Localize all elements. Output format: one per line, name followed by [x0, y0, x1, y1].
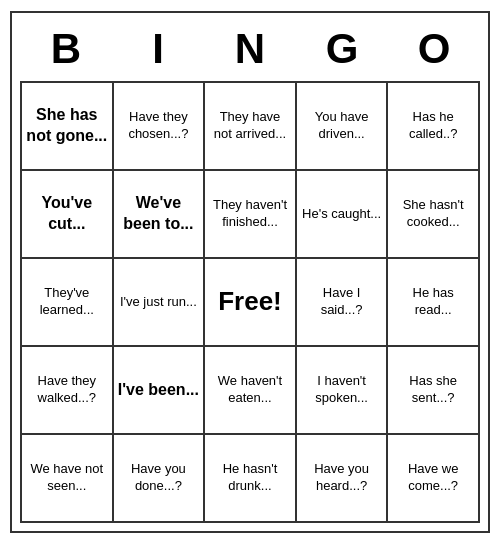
cell-text-10: They've learned... [26, 285, 108, 319]
bingo-cell-3[interactable]: You have driven... [297, 83, 389, 171]
cell-text-0: She has not gone... [26, 105, 108, 147]
bingo-cell-7[interactable]: They haven't finished... [205, 171, 297, 259]
bingo-cell-9[interactable]: She hasn't cooked... [388, 171, 480, 259]
cell-text-16: I've been... [118, 380, 199, 401]
cell-text-11: I've just run... [120, 294, 197, 311]
bingo-cell-13[interactable]: Have I said...? [297, 259, 389, 347]
cell-text-20: We have not seen... [26, 461, 108, 495]
bingo-cell-19[interactable]: Has she sent...? [388, 347, 480, 435]
cell-text-1: Have they chosen...? [118, 109, 200, 143]
cell-text-8: He's caught... [302, 206, 381, 223]
cell-text-22: He hasn't drunk... [209, 461, 291, 495]
bingo-grid: She has not gone...Have they chosen...?T… [20, 81, 480, 523]
bingo-cell-22[interactable]: He hasn't drunk... [205, 435, 297, 523]
cell-text-5: You've cut... [26, 193, 108, 235]
cell-text-21: Have you done...? [118, 461, 200, 495]
bingo-cell-10[interactable]: They've learned... [22, 259, 114, 347]
bingo-cell-18[interactable]: I haven't spoken... [297, 347, 389, 435]
bingo-letter-b: B [22, 25, 110, 73]
bingo-cell-14[interactable]: He has read... [388, 259, 480, 347]
bingo-cell-12[interactable]: Free! [205, 259, 297, 347]
bingo-cell-4[interactable]: Has he called..? [388, 83, 480, 171]
cell-text-9: She hasn't cooked... [392, 197, 474, 231]
bingo-cell-23[interactable]: Have you heard...? [297, 435, 389, 523]
cell-text-4: Has he called..? [392, 109, 474, 143]
cell-text-15: Have they walked...? [26, 373, 108, 407]
bingo-card: BINGO She has not gone...Have they chose… [10, 11, 490, 533]
bingo-cell-16[interactable]: I've been... [114, 347, 206, 435]
cell-text-12: Free! [218, 285, 282, 319]
bingo-cell-15[interactable]: Have they walked...? [22, 347, 114, 435]
bingo-cell-24[interactable]: Have we come...? [388, 435, 480, 523]
bingo-letter-g: G [298, 25, 386, 73]
bingo-cell-1[interactable]: Have they chosen...? [114, 83, 206, 171]
cell-text-7: They haven't finished... [209, 197, 291, 231]
bingo-cell-0[interactable]: She has not gone... [22, 83, 114, 171]
bingo-letter-n: N [206, 25, 294, 73]
cell-text-6: We've been to... [118, 193, 200, 235]
bingo-letter-i: I [114, 25, 202, 73]
cell-text-24: Have we come...? [392, 461, 474, 495]
cell-text-13: Have I said...? [301, 285, 383, 319]
cell-text-23: Have you heard...? [301, 461, 383, 495]
cell-text-14: He has read... [392, 285, 474, 319]
bingo-cell-5[interactable]: You've cut... [22, 171, 114, 259]
bingo-letter-o: O [390, 25, 478, 73]
cell-text-3: You have driven... [301, 109, 383, 143]
bingo-cell-6[interactable]: We've been to... [114, 171, 206, 259]
bingo-header: BINGO [20, 21, 480, 81]
bingo-cell-11[interactable]: I've just run... [114, 259, 206, 347]
bingo-cell-17[interactable]: We haven't eaten... [205, 347, 297, 435]
cell-text-17: We haven't eaten... [209, 373, 291, 407]
bingo-cell-20[interactable]: We have not seen... [22, 435, 114, 523]
cell-text-2: They have not arrived... [209, 109, 291, 143]
bingo-cell-21[interactable]: Have you done...? [114, 435, 206, 523]
cell-text-19: Has she sent...? [392, 373, 474, 407]
bingo-cell-2[interactable]: They have not arrived... [205, 83, 297, 171]
bingo-cell-8[interactable]: He's caught... [297, 171, 389, 259]
cell-text-18: I haven't spoken... [301, 373, 383, 407]
